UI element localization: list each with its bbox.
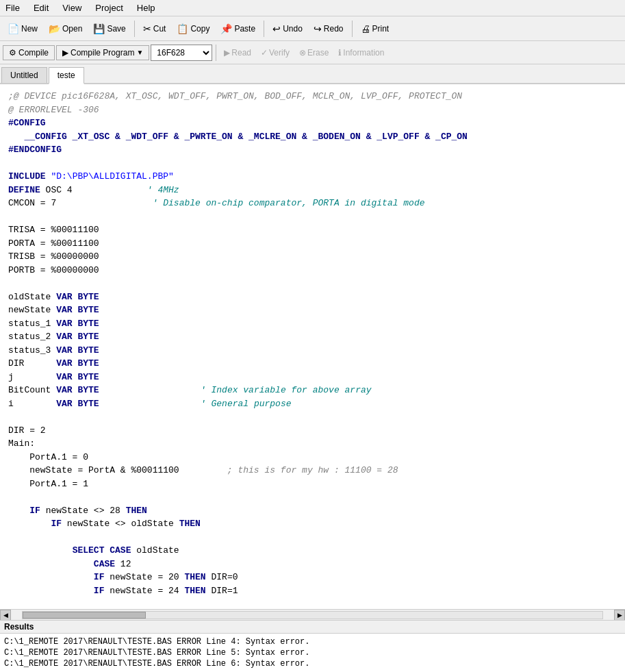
horizontal-scrollbar[interactable]: ◀ ▶ bbox=[0, 609, 625, 620]
toolbar-sep-1 bbox=[134, 21, 135, 37]
result-line-1: C:\1_REMOTE 2017\RENAULT\TESTE.BAS ERROR… bbox=[4, 636, 621, 647]
tab-teste[interactable]: teste bbox=[49, 67, 84, 84]
save-button[interactable]: 💾 Save bbox=[88, 21, 130, 37]
paste-label: Paste bbox=[234, 24, 255, 34]
paste-button[interactable]: 📌 Paste bbox=[216, 21, 260, 37]
print-label: Print bbox=[372, 24, 390, 34]
copy-label: Copy bbox=[190, 24, 209, 34]
read-icon: ▶ bbox=[224, 48, 230, 58]
erase-button[interactable]: ⊗ Erase bbox=[295, 46, 333, 60]
compile-sep bbox=[216, 45, 216, 61]
open-button[interactable]: 📂 Open bbox=[44, 21, 87, 37]
redo-label: Redo bbox=[324, 24, 344, 34]
scroll-thumb[interactable] bbox=[23, 612, 146, 619]
cut-button[interactable]: ✂ Cut bbox=[138, 21, 171, 37]
tab-bar: Untitled teste bbox=[0, 64, 625, 84]
menu-project[interactable]: Project bbox=[92, 1, 125, 14]
verify-icon: ✓ bbox=[261, 48, 268, 58]
information-button[interactable]: ℹ Information bbox=[334, 46, 388, 60]
copy-button[interactable]: 📋 Copy bbox=[172, 21, 214, 37]
print-icon: 🖨 bbox=[361, 23, 370, 34]
information-label: Information bbox=[343, 48, 384, 58]
compile-icon: ⚙ bbox=[9, 48, 16, 58]
verify-button[interactable]: ✓ Verify bbox=[257, 46, 294, 60]
scroll-left-button[interactable]: ◀ bbox=[0, 610, 11, 621]
read-button[interactable]: ▶ Read bbox=[220, 46, 255, 60]
statusbar-label: Results bbox=[4, 622, 34, 632]
new-label: New bbox=[21, 24, 38, 34]
new-button[interactable]: 📄 New bbox=[3, 21, 42, 37]
undo-button[interactable]: ↩ Undo bbox=[268, 21, 307, 37]
compile-label: Compile bbox=[18, 48, 49, 58]
redo-icon: ↪ bbox=[314, 23, 322, 34]
information-icon: ℹ bbox=[338, 48, 342, 58]
new-icon: 📄 bbox=[8, 23, 19, 34]
menu-help[interactable]: Help bbox=[134, 1, 158, 14]
toolbar-sep-2 bbox=[264, 21, 264, 37]
paste-icon: 📌 bbox=[220, 23, 232, 34]
tab-untitled[interactable]: Untitled bbox=[1, 67, 47, 83]
scroll-right-button[interactable]: ▶ bbox=[614, 610, 625, 621]
erase-icon: ⊗ bbox=[299, 48, 306, 58]
redo-button[interactable]: ↪ Redo bbox=[309, 21, 348, 37]
print-button[interactable]: 🖨 Print bbox=[356, 21, 394, 37]
toolbar-sep-3 bbox=[352, 21, 353, 37]
verify-label: Verify bbox=[269, 48, 290, 58]
scroll-track[interactable] bbox=[22, 611, 603, 619]
compile-program-button[interactable]: ▶ Compile Program ▼ bbox=[56, 45, 149, 60]
menu-view[interactable]: View bbox=[60, 1, 84, 14]
compile-program-icon: ▶ bbox=[62, 48, 68, 58]
chip-select-container: 16F628 bbox=[151, 45, 212, 61]
cut-icon: ✂ bbox=[143, 23, 151, 34]
menubar: File Edit View Project Help bbox=[0, 0, 625, 16]
open-icon: 📂 bbox=[49, 23, 60, 34]
copy-icon: 📋 bbox=[177, 23, 188, 34]
menu-file[interactable]: File bbox=[3, 1, 23, 14]
read-label: Read bbox=[231, 48, 251, 58]
result-line-3: C:\1_REMOTE 2017\RENAULT\TESTE.BAS ERROR… bbox=[4, 658, 621, 669]
code-editor[interactable]: ;@ DEVICE pic16F628A, XT_OSC, WDT_OFF, P… bbox=[0, 84, 625, 609]
statusbar: Results bbox=[0, 620, 625, 633]
compile-arrow-icon: ▼ bbox=[136, 49, 143, 56]
compile-toolbar: ⚙ Compile ▶ Compile Program ▼ 16F628 ▶ R… bbox=[0, 41, 625, 64]
cut-label: Cut bbox=[153, 24, 166, 34]
results-panel: C:\1_REMOTE 2017\RENAULT\TESTE.BAS ERROR… bbox=[0, 633, 625, 672]
erase-label: Erase bbox=[307, 48, 329, 58]
save-label: Save bbox=[107, 24, 125, 34]
chip-select[interactable]: 16F628 bbox=[151, 45, 212, 61]
undo-label: Undo bbox=[283, 24, 303, 34]
menu-edit[interactable]: Edit bbox=[31, 1, 51, 14]
undo-icon: ↩ bbox=[272, 23, 281, 34]
save-icon: 💾 bbox=[93, 23, 105, 34]
result-line-2: C:\1_REMOTE 2017\RENAULT\TESTE.BAS ERROR… bbox=[4, 647, 621, 658]
compile-button[interactable]: ⚙ Compile bbox=[3, 45, 55, 60]
open-label: Open bbox=[62, 24, 82, 34]
compile-program-label: Compile Program bbox=[71, 48, 134, 58]
main-toolbar: 📄 New 📂 Open 💾 Save ✂ Cut 📋 Copy 📌 Paste… bbox=[0, 16, 625, 41]
